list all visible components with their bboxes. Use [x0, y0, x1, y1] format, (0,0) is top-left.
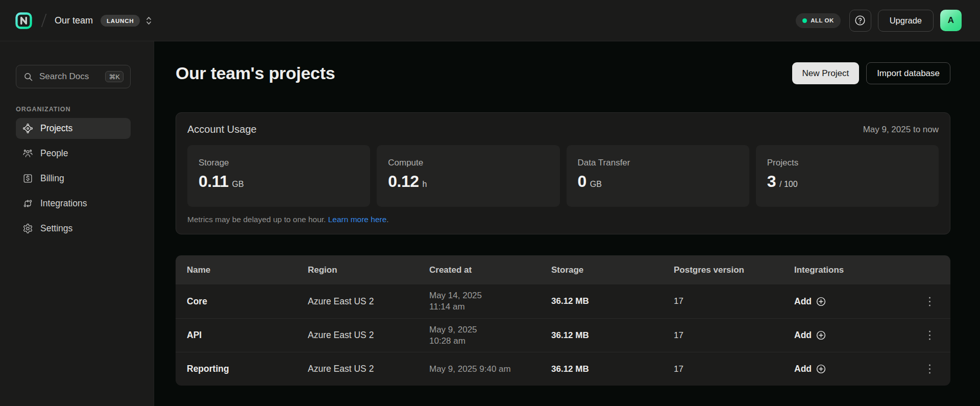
status-dot-icon	[802, 18, 807, 23]
new-project-button[interactable]: New Project	[792, 62, 860, 84]
tile-value: 0.11	[199, 172, 229, 191]
col-integrations: Integrations	[794, 265, 939, 275]
usage-title: Account Usage	[187, 124, 257, 135]
account-usage-card: Account Usage May 9, 2025 to now Storage…	[176, 112, 950, 234]
add-integration-button[interactable]: Add	[794, 296, 826, 307]
project-postgres-version: 17	[674, 296, 794, 306]
created-date: May 9, 2025 9:40 am	[429, 364, 551, 375]
sidebar-item-settings[interactable]: Settings	[16, 218, 131, 239]
project-region: Azure East US 2	[308, 364, 429, 374]
help-icon	[854, 14, 866, 27]
main-content: Our team's projects New Project Import d…	[154, 41, 980, 406]
usage-tiles: Storage 0.11 GB Compute 0.12 h Data Tran…	[187, 145, 939, 207]
usage-tile-storage: Storage 0.11 GB	[187, 145, 370, 207]
add-label: Add	[794, 296, 812, 307]
help-button[interactable]	[849, 10, 871, 32]
search-docs-button[interactable]: Search Docs ⌘K	[16, 65, 131, 88]
layout: Search Docs ⌘K ORGANIZATION Projects	[0, 41, 980, 406]
tile-value: 0.12	[388, 172, 419, 191]
sidebar-item-label: Projects	[40, 123, 72, 134]
chevron-updown-icon	[145, 15, 152, 26]
sidebar-item-label: Integrations	[40, 198, 87, 209]
add-integration-button[interactable]: Add	[794, 364, 826, 374]
page-header: Our team's projects New Project Import d…	[176, 62, 950, 84]
tile-unit: h	[423, 180, 427, 189]
integrations-icon	[22, 198, 33, 209]
team-switcher[interactable]: Our team LAUNCH	[55, 15, 152, 27]
plus-circle-icon	[816, 296, 826, 307]
tile-label: Storage	[199, 158, 359, 168]
page-title: Our team's projects	[176, 63, 335, 83]
add-label: Add	[794, 364, 812, 374]
usage-note: Metrics may be delayed up to one hour. L…	[187, 215, 939, 224]
projects-icon	[22, 123, 33, 134]
sidebar-item-billing[interactable]: Billing	[16, 168, 131, 189]
sidebar-item-integrations[interactable]: Integrations	[16, 193, 131, 214]
settings-icon	[22, 223, 33, 234]
col-region: Region	[308, 265, 429, 275]
project-created-at: May 9, 2025 10:28 am	[429, 324, 551, 347]
usage-note-suffix: .	[386, 215, 388, 224]
plan-badge: LAUNCH	[101, 15, 140, 27]
add-integration-button[interactable]: Add	[794, 330, 826, 341]
table-row-reporting[interactable]: Reporting Azure East US 2 May 9, 2025 9:…	[176, 352, 950, 386]
kebab-icon	[928, 296, 931, 307]
usage-period: May 9, 2025 to now	[863, 125, 939, 135]
tile-value: 3	[767, 172, 776, 191]
projects-table: Name Region Created at Storage Postgres …	[176, 255, 950, 386]
sidebar-nav: Projects People Billing	[0, 118, 154, 239]
search-icon	[23, 71, 34, 82]
table-header: Name Region Created at Storage Postgres …	[176, 255, 950, 284]
sidebar-item-people[interactable]: People	[16, 143, 131, 164]
sidebar-section-label: ORGANIZATION	[16, 106, 131, 113]
row-menu-button[interactable]	[925, 328, 934, 343]
plus-circle-icon	[816, 364, 826, 374]
project-postgres-version: 17	[674, 330, 794, 341]
tile-unit: GB	[232, 180, 244, 189]
import-database-button[interactable]: Import database	[866, 62, 950, 84]
sidebar-item-projects[interactable]: Projects	[16, 118, 131, 139]
search-label: Search Docs	[39, 71, 89, 82]
neon-logo[interactable]	[15, 12, 32, 29]
neon-logo-icon	[15, 12, 32, 29]
created-date: May 9, 2025	[429, 324, 551, 336]
col-storage: Storage	[551, 265, 674, 275]
usage-tile-compute: Compute 0.12 h	[377, 145, 559, 207]
breadcrumb-slash	[40, 12, 47, 29]
row-menu-button[interactable]	[925, 362, 934, 376]
page-actions: New Project Import database	[792, 62, 951, 84]
project-created-at: May 9, 2025 9:40 am	[429, 364, 551, 375]
team-name: Our team	[55, 15, 93, 26]
project-storage: 36.12 MB	[551, 364, 674, 374]
created-date: May 14, 2025	[429, 290, 551, 301]
col-created-at: Created at	[429, 265, 551, 275]
sidebar-item-label: Billing	[40, 173, 64, 184]
kebab-icon	[928, 364, 931, 374]
tile-label: Compute	[388, 158, 548, 168]
project-name: Core	[187, 296, 308, 307]
avatar[interactable]: A	[940, 10, 962, 31]
project-name: Reporting	[187, 364, 308, 374]
search-shortcut: ⌘K	[105, 71, 124, 82]
people-icon	[22, 148, 33, 159]
table-row-core[interactable]: Core Azure East US 2 May 14, 2025 11:14 …	[176, 284, 950, 318]
kebab-icon	[928, 330, 931, 341]
tile-label: Data Transfer	[578, 158, 738, 168]
status-badge[interactable]: ALL OK	[796, 13, 840, 28]
tile-label: Projects	[767, 158, 927, 168]
sidebar-item-label: People	[40, 148, 68, 159]
tile-unit: GB	[590, 180, 602, 189]
usage-header: Account Usage May 9, 2025 to now	[187, 124, 939, 135]
project-postgres-version: 17	[674, 364, 794, 374]
plus-circle-icon	[816, 330, 826, 341]
learn-more-link[interactable]: Learn more here	[328, 215, 387, 224]
table-row-api[interactable]: API Azure East US 2 May 9, 2025 10:28 am…	[176, 318, 950, 352]
project-created-at: May 14, 2025 11:14 am	[429, 290, 551, 313]
row-menu-button[interactable]	[925, 294, 934, 309]
created-time: 10:28 am	[429, 336, 551, 347]
topbar: Our team LAUNCH ALL OK Upgrade A	[0, 0, 980, 41]
project-name: API	[187, 330, 308, 341]
upgrade-button[interactable]: Upgrade	[878, 10, 934, 32]
project-region: Azure East US 2	[308, 296, 429, 307]
sidebar: Search Docs ⌘K ORGANIZATION Projects	[0, 41, 154, 406]
